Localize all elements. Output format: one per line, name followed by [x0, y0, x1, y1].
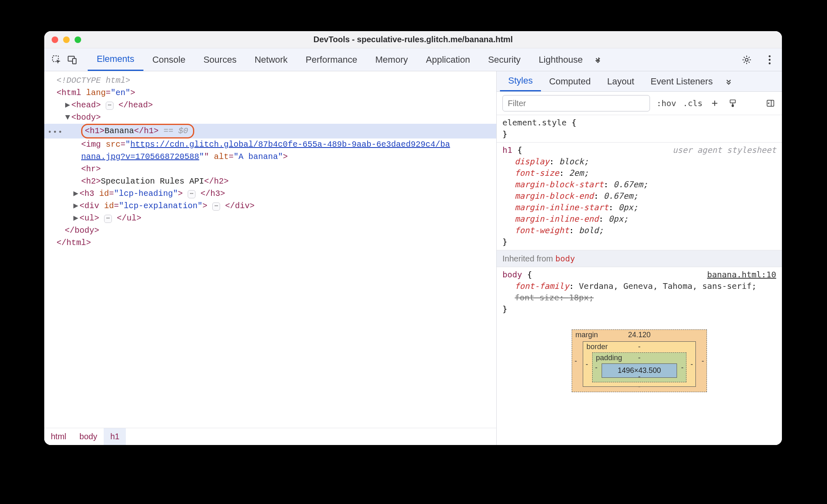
ellipsis-badge[interactable]: ⋯: [188, 190, 195, 198]
annotation-highlight: <h1>Banana</h1> == $0: [81, 124, 194, 138]
bm-padding-right[interactable]: -: [681, 363, 684, 372]
device-toolbar-icon[interactable]: [66, 54, 78, 66]
tab-security[interactable]: Security: [479, 48, 529, 71]
dom-tree[interactable]: <!DOCTYPE html> <html lang="en"> ▶<head>…: [44, 71, 496, 428]
titlebar: DevTools - speculative-rules.glitch.me/b…: [44, 31, 782, 48]
rule-element-style[interactable]: element.style { }: [497, 115, 782, 142]
toggle-sidebar-icon[interactable]: [765, 98, 776, 109]
svg-rect-2: [73, 58, 76, 64]
ellipsis-badge[interactable]: ⋯: [106, 102, 114, 110]
bm-padding-label: padding: [596, 354, 622, 362]
ellipsis-badge[interactable]: ⋯: [104, 215, 112, 223]
tab-elements[interactable]: Elements: [88, 48, 143, 71]
cls-toggle[interactable]: .cls: [683, 98, 702, 108]
ellipsis-badge[interactable]: ⋯: [212, 202, 220, 211]
tab-console[interactable]: Console: [143, 48, 195, 71]
bm-border-left[interactable]: -: [586, 360, 588, 368]
bm-border-top[interactable]: -: [638, 343, 641, 351]
dom-img-line1[interactable]: <img src="https://cdn.glitch.global/87b4…: [57, 138, 492, 151]
kebab-menu-icon[interactable]: [764, 54, 775, 66]
maximize-window-button[interactable]: [75, 36, 81, 43]
right-tabs-overflow-icon[interactable]: [721, 71, 736, 91]
main-tabs-overflow-icon[interactable]: [592, 48, 604, 71]
row-actions-icon[interactable]: •••: [48, 126, 63, 138]
dom-html-close[interactable]: </html>: [57, 237, 492, 249]
rule-h1[interactable]: user agent stylesheet h1 { display: bloc…: [497, 143, 782, 250]
window-title: DevTools - speculative-rules.glitch.me/b…: [44, 35, 782, 44]
svg-point-4: [769, 55, 771, 57]
expand-triangle-icon[interactable]: ▶: [73, 188, 79, 200]
dom-hr[interactable]: <hr>: [57, 163, 492, 175]
paint-icon[interactable]: [727, 98, 738, 109]
devtools-window: DevTools - speculative-rules.glitch.me/b…: [44, 31, 782, 445]
expand-triangle-icon[interactable]: ▶: [73, 200, 79, 212]
dom-breadcrumb: html body h1: [44, 428, 496, 445]
collapse-triangle-icon[interactable]: ▼: [65, 111, 70, 124]
main-tabs: Elements Console Sources Network Perform…: [88, 48, 604, 71]
window-controls: [52, 36, 81, 43]
bm-padding-top[interactable]: -: [638, 354, 641, 362]
right-tabs: Styles Computed Layout Event Listeners: [497, 71, 782, 92]
new-style-rule-icon[interactable]: [709, 98, 720, 109]
dom-ul-collapsed[interactable]: ▶<ul> ⋯ </ul>: [57, 212, 492, 225]
main-toolbar: Elements Console Sources Network Perform…: [44, 48, 782, 71]
dom-body-close[interactable]: </body>: [57, 225, 492, 237]
crumb-h1[interactable]: h1: [104, 428, 126, 445]
dom-body-open[interactable]: ▼<body>: [57, 111, 492, 124]
rule-body[interactable]: banana.html:10 body { font-family: Verda…: [497, 267, 782, 317]
elements-panel: <!DOCTYPE html> <html lang="en"> ▶<head>…: [44, 71, 497, 445]
rtab-styles[interactable]: Styles: [500, 71, 541, 91]
tab-lighthouse[interactable]: Lighthouse: [529, 48, 592, 71]
crumb-body[interactable]: body: [73, 428, 104, 445]
rtab-event-listeners[interactable]: Event Listeners: [643, 71, 721, 91]
styles-rules: element.style { } user agent stylesheet …: [497, 115, 782, 317]
bm-padding-bottom[interactable]: -: [638, 372, 641, 381]
dom-selected-row[interactable]: ••• <h1>Banana</h1> == $0: [44, 124, 496, 138]
hov-toggle[interactable]: :hov: [657, 98, 676, 108]
dom-img-line2[interactable]: nana.jpg?v=1705668720588"" alt="A banana…: [57, 151, 492, 163]
source-link[interactable]: banana.html:10: [707, 269, 776, 280]
svg-rect-8: [732, 105, 734, 107]
dom-div-collapsed[interactable]: ▶<div id="lcp-explanation"> ⋯ </div>: [57, 200, 492, 212]
styles-filter-row: :hov .cls: [497, 92, 782, 115]
settings-gear-icon[interactable]: [741, 54, 752, 66]
inspect-element-icon[interactable]: [51, 54, 62, 66]
dom-html-open[interactable]: <html lang="en">: [57, 87, 492, 99]
svg-point-3: [745, 58, 748, 61]
minimize-window-button[interactable]: [63, 36, 70, 43]
bm-margin-right[interactable]: -: [702, 356, 704, 365]
styles-filter-input[interactable]: [502, 95, 650, 111]
bm-padding-left[interactable]: -: [595, 363, 598, 372]
bm-margin-left[interactable]: -: [575, 356, 577, 365]
rtab-computed[interactable]: Computed: [541, 71, 599, 91]
tab-network[interactable]: Network: [245, 48, 297, 71]
bm-margin-label: margin: [575, 331, 598, 339]
dom-head-collapsed[interactable]: ▶<head> ⋯ </head>: [57, 99, 492, 111]
svg-rect-7: [730, 100, 736, 103]
box-model-diagram[interactable]: margin 24.120 - - - border - - - - pad: [497, 317, 782, 392]
bm-margin-top[interactable]: 24.120: [628, 331, 650, 339]
tab-performance[interactable]: Performance: [297, 48, 366, 71]
styles-panel: Styles Computed Layout Event Listeners :…: [497, 71, 782, 445]
dom-h2[interactable]: <h2>Speculation Rules API</h2>: [57, 175, 492, 188]
source-user-agent: user agent stylesheet: [673, 144, 776, 156]
dom-doctype: <!DOCTYPE html>: [57, 76, 130, 85]
bm-border-label: border: [586, 343, 608, 351]
tab-application[interactable]: Application: [417, 48, 479, 71]
tab-memory[interactable]: Memory: [366, 48, 417, 71]
svg-point-5: [769, 59, 771, 61]
dom-h3-collapsed[interactable]: ▶<h3 id="lcp-heading"> ⋯ </h3>: [57, 188, 492, 200]
rtab-layout[interactable]: Layout: [599, 71, 642, 91]
bm-border-right[interactable]: -: [691, 360, 693, 368]
crumb-html[interactable]: html: [44, 428, 73, 445]
close-window-button[interactable]: [52, 36, 58, 43]
svg-point-6: [769, 62, 771, 64]
inherited-from-label: Inherited from body: [497, 250, 782, 267]
expand-triangle-icon[interactable]: ▶: [73, 212, 79, 225]
tab-sources[interactable]: Sources: [194, 48, 245, 71]
expand-triangle-icon[interactable]: ▶: [65, 99, 70, 111]
